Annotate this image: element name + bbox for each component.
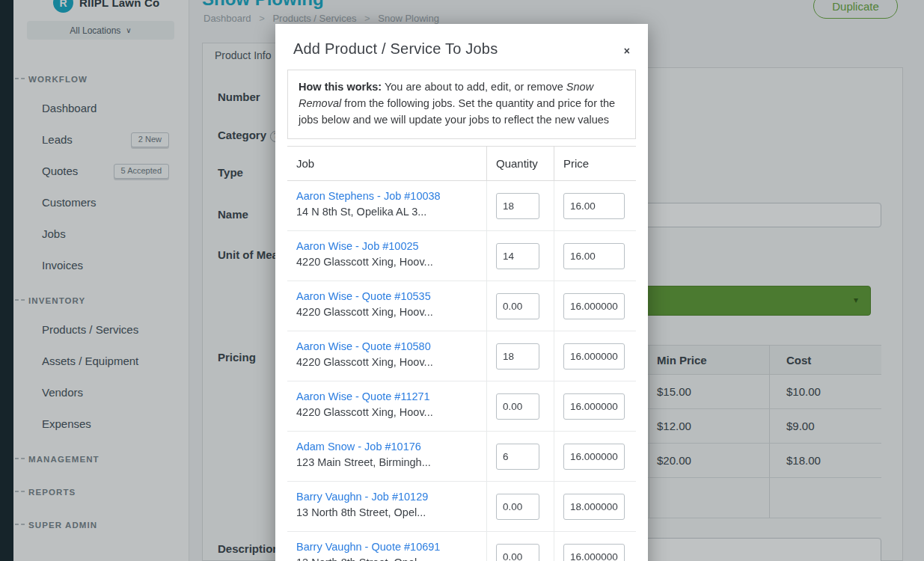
- job-address: 4220 Glasscott Xing, Hoov...: [296, 306, 480, 318]
- quantity-cell: [486, 231, 554, 280]
- price-cell: [554, 231, 636, 280]
- price-input[interactable]: [563, 494, 625, 520]
- price-cell: [554, 281, 636, 331]
- job-cell: Adam Snow - Job #10176 123 Main Street, …: [287, 432, 486, 481]
- quantity-input[interactable]: [496, 343, 539, 370]
- price-input[interactable]: [563, 444, 625, 470]
- job-cell: Barry Vaughn - Job #10129 13 North 8th S…: [287, 482, 486, 531]
- job-link[interactable]: Adam Snow - Job #10176: [296, 441, 480, 453]
- jobs-table: Job Quantity Price Aaron Stephens - Job …: [287, 146, 636, 561]
- price-input[interactable]: [563, 544, 625, 561]
- job-address: 13 North 8th Street, Opel...: [296, 506, 480, 518]
- intro-text-2: from the following jobs. Set the quantit…: [299, 97, 615, 126]
- quantity-input[interactable]: [496, 494, 539, 520]
- price-input[interactable]: [563, 243, 625, 269]
- quantity-input[interactable]: [496, 544, 539, 561]
- job-address: 14 N 8th St, Opelika AL 3...: [296, 206, 480, 218]
- quantity-input[interactable]: [496, 293, 539, 319]
- quantity-cell: [486, 432, 554, 481]
- job-address: 4220 Glasscott Xing, Hoov...: [296, 356, 480, 368]
- job-link[interactable]: Barry Vaughn - Quote #10691: [296, 541, 480, 553]
- price-input[interactable]: [563, 293, 625, 319]
- job-row: Aaron Wise - Quote #10580 4220 Glasscott…: [287, 331, 636, 381]
- jobs-header-price: Price: [554, 147, 636, 180]
- price-cell: [554, 532, 636, 561]
- modal-intro: How this works: You are about to add, ed…: [287, 70, 636, 139]
- close-icon[interactable]: ×: [619, 43, 634, 58]
- job-address: 4220 Glasscott Xing, Hoov...: [296, 256, 480, 268]
- job-cell: Barry Vaughn - Quote #10691 13 North 8th…: [287, 532, 486, 561]
- quantity-input[interactable]: [496, 393, 539, 420]
- job-row: Aaron Wise - Quote #10535 4220 Glasscott…: [287, 281, 636, 331]
- job-cell: Aaron Wise - Quote #10535 4220 Glasscott…: [287, 281, 486, 331]
- price-cell: [554, 181, 636, 230]
- quantity-input[interactable]: [496, 193, 539, 219]
- price-input[interactable]: [563, 393, 625, 420]
- quantity-cell: [486, 281, 554, 331]
- intro-bold: How this works:: [299, 81, 382, 93]
- quantity-cell: [486, 482, 554, 531]
- job-cell: Aaron Wise - Job #10025 4220 Glasscott X…: [287, 231, 486, 280]
- jobs-header-job: Job: [287, 147, 486, 180]
- job-link[interactable]: Aaron Wise - Job #10025: [296, 240, 480, 252]
- job-row: Barry Vaughn - Quote #10691 13 North 8th…: [287, 532, 636, 561]
- modal-title: Add Product / Service To Jobs: [293, 40, 630, 58]
- job-row: Aaron Wise - Job #10025 4220 Glasscott X…: [287, 231, 636, 281]
- quantity-cell: [486, 181, 554, 230]
- job-row: Aaron Stephens - Job #10038 14 N 8th St,…: [287, 181, 636, 231]
- job-cell: Aaron Stephens - Job #10038 14 N 8th St,…: [287, 181, 486, 230]
- job-link[interactable]: Aaron Wise - Quote #11271: [296, 390, 480, 402]
- job-row: Aaron Wise - Quote #11271 4220 Glasscott…: [287, 381, 636, 432]
- job-address: 13 North 8th Street, Opel...: [296, 557, 480, 561]
- quantity-cell: [486, 331, 554, 381]
- add-product-to-jobs-modal: Add Product / Service To Jobs × How this…: [275, 24, 648, 561]
- intro-text-1: You are about to add, edit, or remove: [382, 81, 566, 93]
- job-link[interactable]: Aaron Wise - Quote #10580: [296, 340, 480, 352]
- job-row: Barry Vaughn - Job #10129 13 North 8th S…: [287, 482, 636, 532]
- price-input[interactable]: [563, 193, 625, 219]
- job-address: 123 Main Street, Birmingh...: [296, 456, 480, 468]
- jobs-table-header: Job Quantity Price: [287, 146, 636, 181]
- price-cell: [554, 331, 636, 381]
- jobs-header-quantity: Quantity: [486, 147, 554, 180]
- job-cell: Aaron Wise - Quote #11271 4220 Glasscott…: [287, 381, 486, 431]
- quantity-input[interactable]: [496, 444, 539, 470]
- job-link[interactable]: Aaron Stephens - Job #10038: [296, 190, 480, 202]
- quantity-cell: [486, 381, 554, 431]
- job-link[interactable]: Barry Vaughn - Job #10129: [296, 491, 480, 503]
- price-input[interactable]: [563, 343, 625, 370]
- quantity-cell: [486, 532, 554, 561]
- price-cell: [554, 432, 636, 481]
- price-cell: [554, 482, 636, 531]
- modal-header: Add Product / Service To Jobs ×: [275, 24, 648, 70]
- job-cell: Aaron Wise - Quote #10580 4220 Glasscott…: [287, 331, 486, 381]
- job-row: Adam Snow - Job #10176 123 Main Street, …: [287, 432, 636, 482]
- job-address: 4220 Glasscott Xing, Hoov...: [296, 406, 480, 418]
- job-link[interactable]: Aaron Wise - Quote #10535: [296, 290, 480, 302]
- quantity-input[interactable]: [496, 243, 539, 269]
- price-cell: [554, 381, 636, 431]
